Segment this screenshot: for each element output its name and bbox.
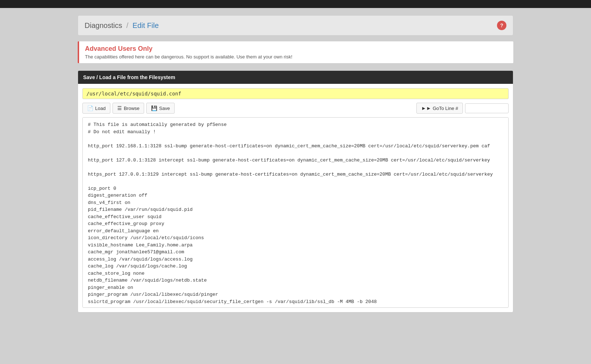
goto-line-label: GoTo Line # xyxy=(433,106,458,111)
warning-title: Advanced Users Only xyxy=(85,45,508,53)
breadcrumb-parent[interactable]: Diagnostics xyxy=(85,21,122,29)
breadcrumb-separator: / xyxy=(126,21,129,29)
help-icon[interactable]: ? xyxy=(497,21,506,30)
save-icon: 💾 xyxy=(151,105,157,111)
warning-text: The capabilities offered here can be dan… xyxy=(85,54,508,60)
code-editor[interactable] xyxy=(83,118,508,306)
page-container: Diagnostics / Edit File ? Advanced Users… xyxy=(70,15,521,312)
breadcrumb: Diagnostics / Edit File xyxy=(85,21,159,30)
top-bar xyxy=(0,0,591,8)
browse-icon: ☰ xyxy=(117,105,122,111)
goto-line-input[interactable] xyxy=(465,103,509,113)
breadcrumb-current[interactable]: Edit File xyxy=(133,21,159,29)
breadcrumb-bar: Diagnostics / Edit File ? xyxy=(78,15,513,36)
panel-body: 📄 Load ☰ Browse 💾 Save ►► GoTo Line # xyxy=(78,84,513,312)
panel-heading: Save / Load a File from the Filesystem xyxy=(78,71,513,84)
load-label: Load xyxy=(95,106,106,111)
save-button[interactable]: 💾 Save xyxy=(146,103,175,114)
load-icon: 📄 xyxy=(87,105,93,111)
editor-area xyxy=(82,117,509,308)
goto-section: ►► GoTo Line # xyxy=(416,103,509,114)
warning-box: Advanced Users Only The capabilities off… xyxy=(78,41,513,63)
button-row: 📄 Load ☰ Browse 💾 Save ►► GoTo Line # xyxy=(82,103,509,114)
file-path-input[interactable] xyxy=(82,88,509,99)
save-label: Save xyxy=(159,106,170,111)
load-button[interactable]: 📄 Load xyxy=(82,103,110,114)
file-input-row xyxy=(82,88,509,99)
goto-line-button[interactable]: ►► GoTo Line # xyxy=(416,103,463,114)
goto-arrows-icon: ►► xyxy=(421,105,431,111)
main-panel: Save / Load a File from the Filesystem 📄… xyxy=(78,70,513,312)
browse-button[interactable]: ☰ Browse xyxy=(113,103,144,114)
help-icon-label: ? xyxy=(500,23,504,28)
browse-label: Browse xyxy=(124,106,139,111)
